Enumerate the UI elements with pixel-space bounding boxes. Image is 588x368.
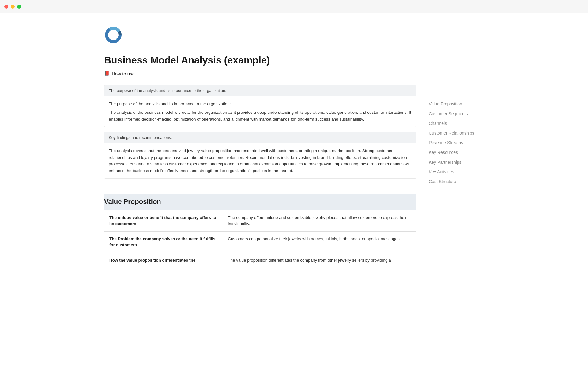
sidebar-item-cost-structure[interactable]: Cost Structure [429,177,484,187]
sidebar-item-revenue-streams[interactable]: Revenue Streams [429,138,484,148]
logo-area [104,26,417,45]
sidebar: Value Proposition Customer Segments Chan… [417,13,484,286]
table-cell-col2: The value proposition differentiates the… [223,253,417,268]
value-proposition-section: Value Proposition The unique value or be… [104,194,417,268]
table-cell-col1: How the value proposition differentiates… [104,253,223,268]
analysis-section-findings: Key findings and recommendations: The an… [104,132,417,178]
section-body-title: The purpose of the analysis and its impo… [109,101,412,107]
value-proposition-heading: Value Proposition [104,198,417,206]
section-body-findings-text: The analysis reveals that the personaliz… [109,148,410,173]
table-cell-col1: The Problem the company solves or the ne… [104,232,223,253]
sidebar-item-key-resources[interactable]: Key Resources [429,148,484,158]
section-body-text: The analysis of the business model is cr… [109,110,411,121]
svg-point-3 [110,32,116,38]
table-row: How the value proposition differentiates… [104,253,417,268]
sidebar-item-customer-relationships[interactable]: Customer Relationships [429,128,484,138]
section-body-findings: The analysis reveals that the personaliz… [104,143,416,178]
page-title: Business Model Analysis (example) [104,54,417,66]
sidebar-item-key-activities[interactable]: Key Activities [429,167,484,177]
table-row: The Problem the company solves or the ne… [104,232,417,253]
sidebar-item-customer-segments[interactable]: Customer Segments [429,109,484,119]
section-header-findings: Key findings and recommendations: [104,132,416,143]
sidebar-item-channels[interactable]: Channels [429,119,484,128]
sidebar-item-key-partnerships[interactable]: Key Partnerships [429,158,484,167]
table-cell-col1: The unique value or benefit that the com… [104,210,223,232]
close-button[interactable] [4,5,8,9]
maximize-button[interactable] [17,5,21,9]
table-cell-col2: The company offers unique and customizab… [223,210,417,232]
value-proposition-table: The unique value or benefit that the com… [104,210,417,268]
window-chrome [0,0,588,13]
analysis-section-purpose: The purpose of the analysis and its impo… [104,85,417,127]
how-to-use-label: How to use [112,71,135,76]
table-row: The unique value or benefit that the com… [104,210,417,232]
section-header-purpose: The purpose of the analysis and its impo… [104,85,416,96]
minimize-button[interactable] [11,5,15,9]
how-to-use-link[interactable]: 📕 How to use [104,71,417,76]
sidebar-item-value-proposition[interactable]: Value Proposition [429,99,484,109]
book-icon: 📕 [104,71,110,76]
table-cell-col2: Customers can personalize their jewelry … [223,232,417,253]
main-layout: Business Model Analysis (example) 📕 How … [80,13,508,286]
content-area: Business Model Analysis (example) 📕 How … [104,13,417,286]
app-logo [104,26,123,44]
vp-heading-bar: Value Proposition [104,194,417,210]
section-body-purpose: The purpose of the analysis and its impo… [104,96,416,127]
